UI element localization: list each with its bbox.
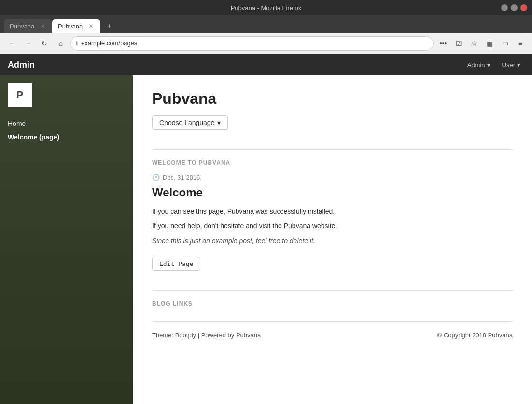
- maximize-button[interactable]: [511, 4, 518, 11]
- secure-icon: ℹ: [76, 40, 78, 47]
- section-heading: WELCOME TO PUBVANA: [152, 159, 513, 166]
- brand-label: Admin: [8, 60, 35, 70]
- main-layout: P Home Welcome (page) Pubvana Choose Lan…: [0, 75, 532, 404]
- close-button[interactable]: [520, 4, 527, 11]
- window-controls: [501, 4, 527, 11]
- new-tab-button[interactable]: +: [102, 19, 116, 33]
- blog-links-section: BLOG LINKS: [152, 290, 513, 307]
- site-title: Pubvana: [152, 90, 513, 108]
- admin-dropdown-icon: ▾: [487, 61, 490, 69]
- admin-button[interactable]: Admin ▾: [463, 59, 494, 70]
- post-meta: 🕐 Dec, 31 2016: [152, 174, 513, 181]
- tab-1-close[interactable]: ✕: [39, 22, 46, 30]
- post-body: If you can see this page, Pubvana was su…: [152, 206, 513, 246]
- sidebar-nav: Home Welcome (page): [8, 117, 125, 144]
- home-button[interactable]: ⌂: [54, 37, 68, 50]
- star-button[interactable]: ☆: [467, 37, 481, 50]
- post-date: Dec, 31 2016: [163, 174, 200, 181]
- sidebar-content: P Home Welcome (page): [0, 75, 133, 152]
- lang-dropdown-icon: ▾: [217, 119, 221, 126]
- edit-page-button[interactable]: Edit Page: [152, 257, 200, 271]
- post-title: Welcome: [152, 186, 513, 199]
- blog-links-heading: BLOG LINKS: [152, 300, 513, 307]
- tab-2[interactable]: Pubvana ✕: [52, 19, 100, 33]
- tab-1-label: Pubvana: [10, 23, 34, 30]
- toolbar-right: ••• ☑ ☆ ▦ ▭ ≡: [436, 37, 527, 50]
- footer-left: Theme: Bootply | Powered by Pubvana: [152, 332, 261, 339]
- clock-icon: 🕐: [152, 174, 160, 181]
- back-button[interactable]: ←: [5, 37, 18, 50]
- sidebar-item-home[interactable]: Home: [8, 117, 125, 130]
- minimize-button[interactable]: [501, 4, 508, 11]
- section-divider-top: [152, 149, 513, 150]
- post-body-line2: If you need help, don't hesitate and vis…: [152, 221, 513, 231]
- tab-2-label: Pubvana: [58, 23, 83, 30]
- sidebar: P Home Welcome (page): [0, 75, 133, 404]
- admin-nav-right: Admin ▾ User ▾: [463, 59, 524, 70]
- bookmark-check-button[interactable]: ☑: [452, 37, 465, 50]
- post-body-line3: Since this is just an example post, feel…: [152, 236, 513, 246]
- browser-titlebar: Pubvana - Mozilla Firefox: [0, 0, 532, 15]
- footer-right: © Copyright 2018 Pubvana: [437, 332, 513, 339]
- more-button[interactable]: •••: [436, 37, 450, 50]
- choose-language-button[interactable]: Choose Language ▾: [152, 115, 228, 130]
- address-bar[interactable]: ℹ example.com/pages: [70, 36, 434, 51]
- main-content: Pubvana Choose Language ▾ WELCOME TO PUB…: [133, 75, 532, 404]
- site-logo: P: [8, 83, 32, 107]
- sidebar-item-welcome[interactable]: Welcome (page): [8, 130, 125, 144]
- menu-button[interactable]: ≡: [514, 37, 527, 50]
- tab-1[interactable]: Pubvana ✕: [4, 19, 52, 33]
- forward-button[interactable]: →: [21, 37, 35, 50]
- post-body-line1: If you can see this page, Pubvana was su…: [152, 206, 513, 217]
- browser-toolbar: ← → ↻ ⌂ ℹ example.com/pages ••• ☑ ☆ ▦ ▭ …: [0, 33, 532, 54]
- user-dropdown-icon: ▾: [517, 61, 520, 69]
- user-button[interactable]: User ▾: [498, 59, 524, 70]
- tab-2-close[interactable]: ✕: [87, 22, 95, 30]
- url-text: example.com/pages: [81, 40, 428, 47]
- admin-nav: Admin Admin ▾ User ▾: [0, 54, 532, 75]
- reload-button[interactable]: ↻: [38, 37, 51, 50]
- library-button[interactable]: ▦: [483, 37, 496, 50]
- section-divider-blog: [152, 290, 513, 291]
- browser-tabs: Pubvana ✕ Pubvana ✕ +: [0, 15, 532, 33]
- sidebar-toggle-button[interactable]: ▭: [498, 37, 512, 50]
- footer: Theme: Bootply | Powered by Pubvana © Co…: [152, 321, 513, 339]
- browser-title: Pubvana - Mozilla Firefox: [231, 4, 302, 12]
